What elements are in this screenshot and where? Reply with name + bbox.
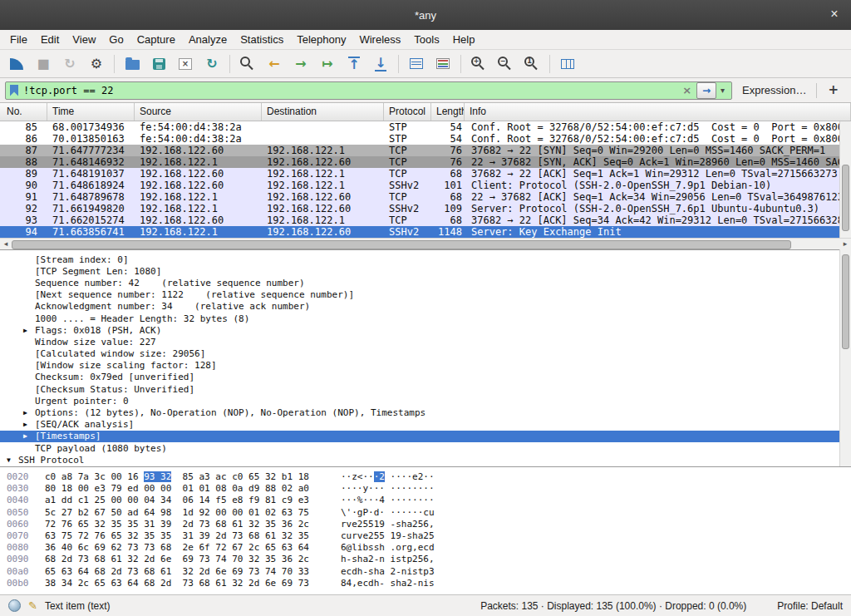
packet-row-94[interactable]: 9471.663856741192.168.122.1192.168.122.6…	[0, 226, 851, 238]
hex-row-00b0[interactable]: 00b038 34 2c 65 63 64 68 2d 73 68 61 32 …	[7, 578, 851, 589]
find-packet-button[interactable]	[235, 52, 260, 76]
detail-line[interactable]: ▶Options: (12 bytes), No-Operation (NOP)…	[0, 407, 839, 418]
detail-line[interactable]: [Stream index: 0]	[0, 254, 839, 265]
detail-line[interactable]: [Window size scaling factor: 128]	[0, 360, 839, 372]
scrollbar-thumb[interactable]	[842, 165, 849, 231]
expand-arrow-icon[interactable]: ▶	[22, 432, 35, 440]
menu-item-view[interactable]: View	[66, 33, 102, 46]
filter-input[interactable]: !tcp.port == 22 × → ▾	[5, 81, 732, 100]
expand-arrow-icon[interactable]: ▶	[22, 421, 35, 428]
packet-row-90[interactable]: 9071.648618924192.168.122.60192.168.122.…	[0, 180, 851, 191]
add-filter-button[interactable]: +	[820, 84, 846, 96]
capture-comment-icon[interactable]: ✎	[28, 599, 37, 612]
detail-line[interactable]: 1000 .... = Header Length: 32 bytes (8)	[0, 313, 839, 324]
details-scrollbar[interactable]	[839, 249, 851, 466]
go-last-packet-button[interactable]: ↓	[368, 52, 393, 76]
detail-line[interactable]: ▶Flags: 0x018 (PSH, ACK)	[0, 324, 839, 336]
menu-item-file[interactable]: File	[3, 33, 34, 46]
menu-item-capture[interactable]: Capture	[130, 33, 182, 46]
hex-row-0020[interactable]: 0020c0 a8 7a 3c 00 16 93 32 85 a3 ac c0 …	[7, 471, 851, 483]
go-to-packet-button[interactable]: ↦	[315, 52, 340, 76]
close-file-button[interactable]: ×	[173, 52, 198, 76]
detail-line[interactable]: [Checksum Status: Unverified]	[0, 383, 839, 395]
go-forward-button[interactable]: →	[288, 52, 313, 76]
collapse-arrow-icon[interactable]: ▼	[5, 456, 18, 464]
zoom-out-button[interactable]: −	[493, 52, 518, 76]
close-window-icon[interactable]: ×	[826, 6, 843, 22]
expand-arrow-icon[interactable]: ▶	[22, 327, 35, 334]
start-capture-button[interactable]	[4, 52, 29, 76]
detail-line[interactable]: ▶[Timestamps]	[0, 431, 839, 442]
packet-row-85[interactable]: 8568.001734936fe:54:00:d4:38:2aSTP54Conf…	[0, 121, 851, 133]
packet-row-92[interactable]: 9271.661949820192.168.122.1192.168.122.6…	[0, 203, 851, 214]
scroll-right-icon[interactable]: ▸	[840, 239, 850, 249]
scrollbar-thumb[interactable]	[842, 254, 849, 349]
detail-line[interactable]: Urgent pointer: 0	[0, 395, 839, 407]
hex-row-0030[interactable]: 003080 18 00 e3 79 ed 00 00 01 01 08 0a …	[7, 483, 851, 495]
packet-row-88[interactable]: 8871.648146932192.168.122.1192.168.122.6…	[0, 156, 851, 168]
packet-list-scrollbar[interactable]	[839, 121, 851, 238]
hex-row-0060[interactable]: 006072 76 65 32 35 35 31 39 2d 73 68 61 …	[7, 519, 851, 530]
packet-row-89[interactable]: 8971.648191037192.168.122.60192.168.122.…	[0, 168, 851, 180]
save-file-button[interactable]	[146, 52, 171, 76]
expert-info-icon[interactable]	[8, 599, 21, 612]
column-header-time[interactable]: Time	[47, 103, 135, 121]
column-header-length[interactable]: Length	[431, 103, 465, 121]
hex-row-0090[interactable]: 009068 2d 73 68 61 32 2d 6e 69 73 74 70 …	[7, 554, 851, 565]
menu-item-edit[interactable]: Edit	[34, 33, 66, 46]
filter-apply-button[interactable]: →	[696, 82, 716, 99]
menu-item-help[interactable]: Help	[446, 33, 482, 46]
detail-line[interactable]: Checksum: 0x79ed [unverified]	[0, 372, 839, 383]
detail-line[interactable]: [Calculated window size: 29056]	[0, 348, 839, 360]
colorize-packets-button[interactable]	[430, 52, 455, 76]
detail-line[interactable]: Acknowledgment number: 34 (relative ack …	[0, 301, 839, 313]
resize-columns-button[interactable]	[555, 52, 580, 76]
column-header-protocol[interactable]: Protocol	[384, 103, 431, 121]
zoom-100-button[interactable]: 1	[519, 52, 544, 76]
detail-line[interactable]: [TCP Segment Len: 1080]	[0, 265, 839, 277]
menu-item-wireless[interactable]: Wireless	[352, 33, 407, 46]
detail-line[interactable]: Sequence number: 42 (relative sequence n…	[0, 277, 839, 288]
hscrollbar-thumb[interactable]	[12, 240, 791, 249]
status-profile[interactable]: Profile: Default	[777, 600, 843, 612]
packet-row-87[interactable]: 8771.647777234192.168.122.60192.168.122.…	[0, 145, 851, 156]
column-header-destination[interactable]: Destination	[262, 103, 384, 121]
filter-text[interactable]: !tcp.port == 22	[23, 85, 677, 96]
menu-item-telephony[interactable]: Telephony	[290, 33, 352, 46]
open-file-button[interactable]	[120, 52, 145, 76]
hex-row-0070[interactable]: 007063 75 72 76 65 32 35 35 31 39 2d 73 …	[7, 530, 851, 542]
detail-line[interactable]: TCP payload (1080 bytes)	[0, 442, 839, 454]
detail-line[interactable]: ▼SSH Protocol	[0, 454, 839, 466]
auto-scroll-button[interactable]	[404, 52, 429, 76]
menu-item-statistics[interactable]: Statistics	[234, 33, 290, 46]
detail-line[interactable]: ▶[SEQ/ACK analysis]	[0, 419, 839, 431]
go-first-packet-button[interactable]: ↑	[342, 52, 366, 76]
hex-row-0080[interactable]: 008036 40 6c 69 62 73 73 68 2e 6f 72 67 …	[7, 542, 851, 554]
scroll-left-icon[interactable]: ◂	[1, 239, 11, 249]
restart-capture-button[interactable]: ↻	[57, 52, 82, 76]
detail-line[interactable]: Window size value: 227	[0, 336, 839, 347]
go-back-button[interactable]: ←	[262, 52, 287, 76]
hex-row-00a0[interactable]: 00a065 63 64 68 2d 73 68 61 32 2d 6e 69 …	[7, 566, 851, 578]
packet-row-91[interactable]: 9171.648789678192.168.122.1192.168.122.6…	[0, 191, 851, 203]
column-header-no[interactable]: No.	[0, 103, 47, 121]
column-header-info[interactable]: Info	[465, 103, 851, 121]
zoom-in-button[interactable]: +	[466, 52, 491, 76]
detail-line[interactable]: [Next sequence number: 1122 (relative se…	[0, 289, 839, 301]
expression-button[interactable]: Expression…	[735, 84, 813, 96]
capture-options-button[interactable]: ⚙	[84, 52, 109, 76]
hex-row-0040[interactable]: 0040a1 dd c1 25 00 00 04 34 06 14 f5 e8 …	[7, 495, 851, 506]
filter-bookmark-icon[interactable]	[10, 85, 18, 96]
column-header-source[interactable]: Source	[135, 103, 262, 121]
reload-file-button[interactable]: ↻	[199, 52, 224, 76]
packet-row-93[interactable]: 9371.662015274192.168.122.60192.168.122.…	[0, 214, 851, 226]
stop-capture-button[interactable]: ■	[31, 52, 56, 76]
menu-item-analyze[interactable]: Analyze	[182, 33, 234, 46]
expand-arrow-icon[interactable]: ▶	[22, 409, 35, 416]
filter-dropdown-icon[interactable]: ▾	[716, 86, 729, 95]
hex-row-0050[interactable]: 00505c 27 b2 67 50 ad 64 98 1d 92 00 00 …	[7, 507, 851, 519]
filter-clear-icon[interactable]: ×	[677, 85, 696, 96]
packet-list-hscrollbar[interactable]: ◂ ▸	[0, 238, 851, 249]
packet-row-86[interactable]: 8670.013850163fe:54:00:d4:38:2aSTP54Conf…	[0, 133, 851, 145]
menu-item-tools[interactable]: Tools	[407, 33, 445, 46]
